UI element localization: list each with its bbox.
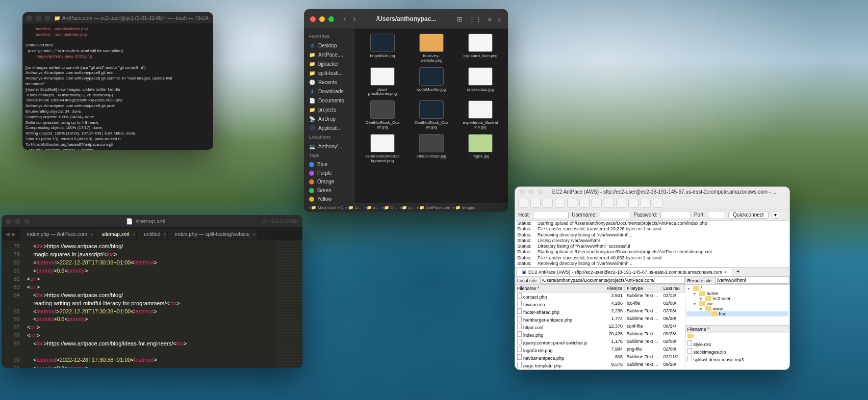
- sidebar-item[interactable]: 📁bjjtracker: [304, 59, 355, 68]
- quickconnect-button[interactable]: Quickconnect: [728, 211, 769, 219]
- file-row[interactable]: stockimages.zip: [685, 348, 789, 355]
- file-item[interactable]: DeathtoStock_Cozy6.jpg: [409, 100, 454, 130]
- file-item[interactable]: experience_illustration.jpg: [458, 100, 503, 130]
- file-item[interactable]: codeMonitor.jpg: [409, 67, 454, 97]
- tag-item[interactable]: Purple: [304, 169, 355, 177]
- close-button[interactable]: [27, 15, 32, 21]
- toolbar-button[interactable]: [653, 199, 663, 208]
- close-tab-icon[interactable]: ×: [164, 232, 167, 237]
- toolbar-button[interactable]: [530, 199, 541, 208]
- file-item[interactable]: brightBulb.jpg: [360, 34, 405, 63]
- sidebar-item[interactable]: 📁split-testi...: [304, 68, 355, 77]
- file-row[interactable]: splitwit-demo-music.mp3: [685, 355, 789, 363]
- new-tab-button[interactable]: +: [258, 229, 271, 239]
- expand-icon[interactable]: ▾: [700, 307, 704, 311]
- forward-button[interactable]: ›: [353, 14, 355, 23]
- file-row[interactable]: ..: [685, 333, 789, 340]
- remote-site-input[interactable]: [715, 277, 789, 284]
- file-item[interactable]: clipboard_icon.png: [458, 34, 503, 63]
- file-item[interactable]: img01.jpg: [458, 134, 503, 164]
- finder-pathbar[interactable]: ▸📁Macintosh HD▸📁U...▸📁a...▸📁D...▸📁p...▸📁…: [304, 203, 508, 212]
- file-item[interactable]: build-my-website.png: [409, 34, 454, 63]
- close-tab-icon[interactable]: ×: [132, 232, 135, 237]
- toolbar-button[interactable]: [604, 199, 614, 208]
- close-button[interactable]: [6, 219, 11, 224]
- path-segment[interactable]: ▸📁images: [453, 205, 475, 210]
- minimize-button[interactable]: [319, 16, 325, 22]
- close-tab-icon[interactable]: ×: [253, 232, 256, 237]
- filezilla-titlebar[interactable]: EC2 AntPace (AWS) - sftp://ec2-user@ec2-…: [515, 187, 789, 197]
- sidebar-item[interactable]: 🕒Recents: [304, 77, 355, 87]
- group-button[interactable]: ⋮⋮: [469, 15, 482, 23]
- terminal-window[interactable]: 📁 AntPace.com — ec2-user@ip-172-31-32-60…: [22, 12, 213, 150]
- file-item[interactable]: DeathtoStock_Cozy5.jpg: [360, 100, 405, 130]
- more-button[interactable]: »: [488, 15, 492, 23]
- remote-tree[interactable]: ▾/▾home▾ec2-user▾var▾wwwhtml: [685, 285, 789, 326]
- file-row[interactable]: contact.php2,601Sublime Text ...02/12/: [515, 292, 685, 300]
- file-row[interactable]: resume-antpace.pdf105,608pdf-file08/28/: [515, 369, 685, 370]
- col-filename[interactable]: Filename ^: [685, 326, 777, 333]
- close-tab-icon[interactable]: ×: [724, 270, 727, 275]
- path-segment[interactable]: ▸📁a...: [365, 205, 379, 210]
- file-item[interactable]: cloud-practicioner.png: [360, 67, 405, 97]
- sublime-window[interactable]: 📄 sitemap.xml UNREGISTERED ◀ ▶ index.php…: [2, 215, 302, 368]
- file-row[interactable]: logoCircle.png7,984png-file02/08/: [515, 346, 685, 354]
- tag-item[interactable]: Yellow: [304, 195, 355, 203]
- expand-icon[interactable]: ▾: [687, 286, 692, 291]
- sublime-titlebar[interactable]: 📄 sitemap.xml UNREGISTERED: [2, 215, 302, 227]
- search-icon[interactable]: ⌕: [498, 15, 502, 23]
- finder-window[interactable]: ‹ › /Users/anthonypac... ⊞ ⋮⋮ » ⌕ Favori…: [304, 9, 508, 212]
- minimize-button[interactable]: [36, 15, 41, 21]
- path-segment[interactable]: ▸📁U...: [346, 205, 361, 210]
- host-input[interactable]: [533, 211, 569, 219]
- toolbar-button[interactable]: [555, 199, 565, 208]
- remote-file-list[interactable]: Filename ^ ..style.cssstockimages.zipspl…: [685, 326, 789, 370]
- editor-tab[interactable]: index.php — split-testing/website×: [168, 229, 257, 239]
- tag-item[interactable]: Orange: [304, 177, 355, 186]
- file-item[interactable]: experienceAndBackground.png: [360, 134, 405, 164]
- sidebar-item[interactable]: 📡AirDrop: [304, 114, 355, 123]
- file-row[interactable]: index.php20,426Sublime Text ...09/28/: [515, 331, 685, 338]
- file-row[interactable]: page-template.php9,576Sublime Text ...09…: [515, 361, 685, 369]
- tag-item[interactable]: Green: [304, 186, 355, 195]
- toolbar-button[interactable]: [579, 199, 590, 208]
- sidebar-item[interactable]: ⒶApplicati...: [304, 123, 355, 132]
- file-row[interactable]: style.css: [685, 340, 789, 348]
- file-row[interactable]: favicon.ico4,286ico-file02/08/: [515, 300, 685, 308]
- local-file-list[interactable]: Filename ^ Filesize Filetype Last mo con…: [515, 285, 685, 370]
- close-button[interactable]: [519, 189, 525, 195]
- remote-list-header[interactable]: Filename ^: [685, 326, 789, 333]
- tree-node[interactable]: ▾home: [686, 291, 788, 296]
- file-row[interactable]: hamburger-antpace.php1,774Sublime Text .…: [515, 315, 685, 323]
- terminal-output[interactable]: modified: portfolio/index.php modified: …: [22, 23, 213, 150]
- file-row[interactable]: httpd.conf12,370conf-file08/24/: [515, 323, 685, 331]
- local-list-header[interactable]: Filename ^ Filesize Filetype Last mo: [515, 285, 685, 292]
- col-filetype[interactable]: Filetype: [625, 285, 661, 292]
- tag-item[interactable]: Blue: [304, 160, 355, 169]
- close-button[interactable]: [310, 16, 316, 22]
- file-row[interactable]: footer-shared.php2,236Sublime Text ...02…: [515, 308, 685, 315]
- file-item[interactable]: ideaConcept.jpg: [409, 134, 454, 164]
- col-modified[interactable]: Last mo: [661, 285, 685, 292]
- path-segment[interactable]: ▸📁Macintosh HD: [309, 205, 343, 210]
- maximize-button[interactable]: [328, 16, 334, 22]
- finder-file-grid[interactable]: brightBulb.jpgbuild-my-website.pngclipbo…: [355, 29, 508, 203]
- maximize-button[interactable]: [538, 189, 543, 195]
- tree-node[interactable]: ▾www: [686, 306, 788, 311]
- toolbar-button[interactable]: [628, 199, 639, 208]
- minimap[interactable]: [277, 241, 302, 368]
- file-row[interactable]: navbar-antpace.php606Sublime Text ...02/…: [515, 354, 685, 361]
- port-input[interactable]: [708, 211, 725, 219]
- toolbar-button[interactable]: [518, 199, 528, 208]
- editor-tab[interactable]: index.php — AntPace.com×: [20, 229, 95, 239]
- sidebar-item[interactable]: 💻Anthony'...: [304, 142, 355, 151]
- sidebar-item[interactable]: 🖥Desktop: [304, 41, 355, 50]
- sidebar-item[interactable]: 📄Documents: [304, 96, 355, 105]
- sidebar-item[interactable]: 📁projects: [304, 105, 355, 114]
- file-row[interactable]: jquery.content-panel-switcher.js1,176Sub…: [515, 338, 685, 346]
- back-button[interactable]: ‹: [343, 14, 346, 23]
- toolbar-button[interactable]: [543, 199, 553, 208]
- local-site-input[interactable]: [540, 277, 685, 284]
- editor-tab[interactable]: untitled×: [137, 229, 168, 239]
- add-tab-button[interactable]: +: [733, 268, 743, 276]
